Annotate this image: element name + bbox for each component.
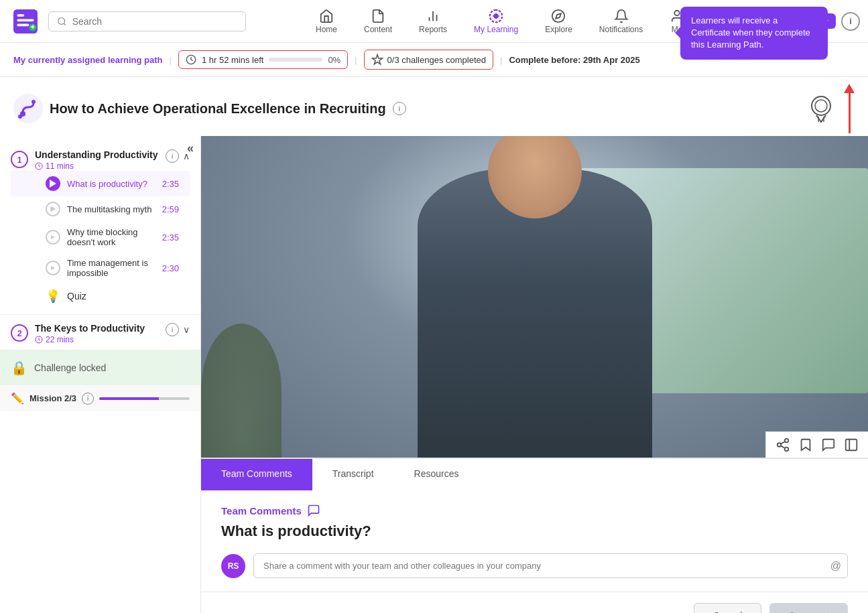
nav-item-my-learning[interactable]: My Learning [460, 3, 532, 40]
svg-rect-2 [17, 19, 34, 21]
svg-rect-6 [32, 25, 34, 28]
module-1-actions: i ∧ [166, 149, 190, 163]
time-left: 1 hr 52 mins left [202, 55, 264, 65]
sidebar: « 1 Understanding Productivity 11 mins [0, 136, 201, 613]
svg-point-7 [58, 17, 65, 24]
svg-point-27 [785, 448, 789, 452]
title-info-button[interactable]: i [393, 102, 406, 115]
module-1-info-button[interactable]: i [166, 149, 179, 163]
share-icon[interactable] [776, 437, 790, 452]
comment-input-row: RS @ [221, 553, 848, 578]
search-box[interactable] [48, 11, 246, 31]
team-comments-label: Team Comments [221, 505, 302, 517]
at-mention-icon[interactable]: @ [830, 560, 841, 572]
nav-item-notifications[interactable]: Notifications [586, 3, 656, 40]
certificate-tooltip: Learners will receive a Certificate when… [680, 7, 828, 60]
comment-input-wrapper[interactable]: @ [253, 553, 848, 578]
svg-marker-22 [51, 235, 55, 239]
nav-item-content[interactable]: Content [351, 3, 406, 40]
play-icon [50, 180, 56, 188]
lesson-time: 2:59 [162, 204, 179, 214]
content-title-row: How to Achieve Operational Excellence in… [0, 77, 868, 136]
module-2-number: 2 [11, 324, 28, 342]
lesson-time: 2:35 [162, 232, 179, 243]
play-outline-icon [50, 206, 56, 212]
module-1-title-area: Understanding Productivity 11 mins [35, 149, 159, 171]
video-plant [201, 324, 282, 458]
module-2-actions: i ∨ [166, 323, 190, 336]
nav-item-reports[interactable]: Reports [406, 3, 460, 40]
comments-content-title: What is productivity? [221, 523, 848, 540]
notifications-icon [614, 9, 629, 23]
module-1-duration: 11 mins [35, 161, 159, 171]
duration-clock-icon-2 [35, 336, 43, 344]
lesson-play-button[interactable] [46, 176, 60, 191]
home-icon [319, 9, 334, 23]
comment-button[interactable]: Comment [769, 603, 848, 613]
clock-icon [186, 54, 196, 65]
tab-transcript[interactable]: Transcript [312, 459, 394, 490]
module-1-header: 1 Understanding Productivity 11 mins i ∧ [11, 149, 190, 171]
nav-reports-label: Reports [419, 25, 447, 34]
app-logo[interactable] [8, 9, 43, 33]
svg-marker-23 [51, 266, 55, 270]
comment-input[interactable] [253, 553, 848, 578]
quiz-item[interactable]: 💡 Quiz [11, 283, 190, 309]
cancel-button[interactable]: Cancel [694, 603, 762, 613]
nav-explore-label: Explore [545, 25, 572, 34]
lesson-outline-icon [46, 202, 60, 216]
bookmark-icon[interactable] [798, 437, 813, 452]
lesson-time-blocking[interactable]: Why time blocking doesn't work 2:35 [11, 222, 190, 253]
nav-item-home[interactable]: Home [302, 3, 351, 40]
lesson-time-management[interactable]: Time management is impossible 2:30 [11, 253, 190, 283]
my-path-label[interactable]: My currently assigned learning path [13, 55, 163, 65]
svg-point-16 [18, 115, 22, 119]
lesson-multitasking-myth[interactable]: The multitasking myth 2:59 [11, 196, 190, 222]
sidebar-collapse-button[interactable]: « [187, 141, 194, 155]
svg-point-17 [812, 96, 830, 115]
challenge-locked: 🔒 Challenge locked [0, 350, 200, 385]
lesson-what-is-productivity[interactable]: What is productivity? 2:35 [11, 171, 190, 196]
svg-point-8 [494, 14, 498, 18]
lock-icon: 🔒 [11, 360, 27, 376]
info-button[interactable]: i [841, 12, 860, 31]
content-icon [371, 9, 385, 23]
lesson-title: What is productivity? [67, 179, 156, 189]
video-player[interactable] [201, 136, 868, 458]
lesson-title: Time management is impossible [67, 258, 156, 278]
tab-team-comments[interactable]: Team Comments [201, 459, 312, 490]
cert-area [805, 84, 855, 133]
svg-point-26 [778, 443, 782, 447]
svg-point-25 [785, 439, 789, 443]
module-2-chevron[interactable]: ∨ [183, 324, 190, 335]
video-person [418, 168, 652, 458]
svg-line-29 [781, 441, 785, 444]
play-outline-icon-3 [50, 265, 56, 271]
comments-section: Team Comments What is productivity? RS @ [201, 490, 868, 592]
svg-point-14 [32, 100, 36, 104]
nav-item-explore[interactable]: Explore [532, 3, 586, 40]
mission-icon: ✏️ [11, 392, 24, 405]
layout-icon[interactable] [844, 437, 859, 452]
complete-before: Complete before: 29th Apr 2025 [509, 55, 639, 65]
search-input[interactable] [72, 16, 237, 27]
module-2-header: 2 The Keys to Productivity 22 mins i ∨ [11, 323, 190, 344]
nav-home-label: Home [316, 25, 337, 34]
chat-icon[interactable] [821, 437, 836, 452]
quiz-label: Quiz [67, 291, 86, 301]
lesson-outline-icon [46, 261, 60, 275]
lesson-title: Why time blocking doesn't work [67, 227, 156, 247]
svg-marker-20 [50, 180, 56, 188]
content-logo [13, 94, 43, 123]
tab-resources[interactable]: Resources [394, 459, 479, 490]
module-2-info-button[interactable]: i [166, 323, 179, 336]
mission-bar: ✏️ Mission 2/3 i [0, 385, 200, 411]
module-2-title: The Keys to Productivity [35, 323, 159, 334]
challenges-text: 0/3 challenges completed [387, 55, 486, 65]
nav-notifications-label: Notifications [599, 25, 643, 34]
video-actions [765, 431, 868, 458]
mission-info-button[interactable]: i [82, 393, 94, 405]
main-content: Team Comments Transcript Resources Team … [201, 136, 868, 613]
nav-my-learning-label: My Learning [474, 25, 518, 34]
certificate-icon [805, 92, 837, 125]
